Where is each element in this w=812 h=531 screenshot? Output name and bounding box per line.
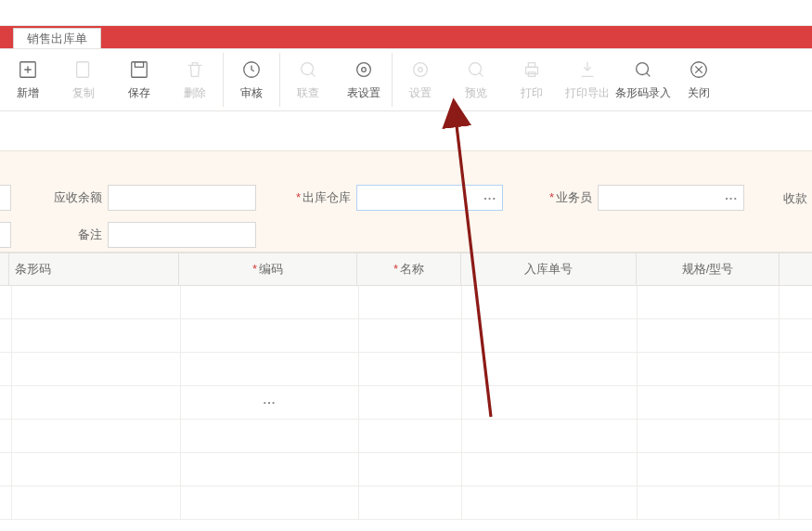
svg-rect-1 — [77, 61, 89, 77]
remark-input[interactable] — [108, 222, 256, 248]
receivable-label: 应收余额 — [48, 189, 102, 206]
table-row[interactable] — [0, 486, 812, 520]
copy-icon — [73, 59, 94, 80]
copy-button[interactable]: 复制 — [56, 49, 111, 110]
toolbar: 新增 复制 保存 删除 审核 — [0, 48, 812, 111]
tab-sale-out[interactable]: 销售出库单 — [13, 28, 101, 48]
gear-icon — [410, 59, 431, 80]
close-button[interactable]: 关闭 — [671, 49, 727, 110]
print-export-button[interactable]: 打印导出 — [560, 49, 615, 110]
trash-icon — [185, 59, 205, 80]
search-icon — [633, 59, 653, 80]
new-button[interactable]: 新增 — [0, 49, 56, 110]
setting-button[interactable]: 设置 — [393, 49, 448, 110]
col-code[interactable]: 编码 — [179, 253, 357, 285]
plus-square-icon — [18, 59, 38, 80]
preview-button[interactable]: 预览 — [448, 49, 504, 110]
header-bar: 销售出库单 — [0, 26, 812, 48]
delete-button[interactable]: 删除 — [167, 49, 223, 110]
search-icon — [466, 59, 486, 80]
svg-point-8 — [414, 62, 428, 76]
sales-input[interactable]: ··· — [598, 185, 744, 211]
stub-input[interactable] — [0, 185, 11, 211]
table-row[interactable] — [0, 319, 812, 353]
tab-label: 销售出库单 — [27, 31, 87, 47]
col-stub — [0, 253, 9, 285]
table-row[interactable] — [0, 286, 812, 319]
table-row[interactable]: ··· — [0, 386, 812, 420]
svg-rect-3 — [135, 61, 143, 67]
table-header: 条形码 编码 名称 入库单号 规格/型号 — [0, 253, 812, 286]
svg-rect-11 — [526, 67, 538, 73]
remark-label: 备注 — [48, 227, 102, 243]
receivable-input[interactable] — [108, 185, 256, 211]
warehouse-input[interactable]: ··· — [356, 185, 503, 211]
svg-point-10 — [470, 62, 482, 74]
warehouse-label: 出库仓库 — [295, 189, 351, 206]
ellipsis-icon: ··· — [725, 191, 738, 205]
svg-point-14 — [637, 62, 649, 74]
table-row[interactable] — [0, 453, 812, 486]
table-body: ··· — [0, 286, 812, 520]
svg-point-6 — [357, 62, 371, 76]
export-icon — [577, 59, 598, 80]
clock-icon — [241, 59, 262, 80]
save-icon — [129, 59, 149, 80]
print-button[interactable]: 打印 — [504, 49, 560, 110]
svg-rect-12 — [528, 62, 535, 67]
audit-button[interactable]: 审核 — [224, 49, 279, 110]
col-name-a[interactable]: 名称 — [357, 253, 461, 285]
svg-rect-2 — [132, 61, 148, 77]
search-icon — [298, 59, 318, 80]
window-chrome-gap — [0, 0, 812, 26]
table-row[interactable] — [0, 420, 812, 453]
close-circle-icon — [689, 59, 709, 80]
col-barcode[interactable]: 条形码 — [9, 253, 179, 285]
save-button[interactable]: 保存 — [111, 49, 167, 110]
stub-input-2[interactable] — [0, 222, 11, 248]
ellipsis-icon: ··· — [264, 395, 277, 409]
collect-label: 收款 — [783, 190, 807, 207]
linked-button[interactable]: 联查 — [280, 49, 336, 110]
svg-point-9 — [419, 67, 423, 71]
barcode-button[interactable]: 条形码录入 — [615, 49, 671, 110]
table-row[interactable] — [0, 353, 812, 386]
col-spec[interactable]: 规格/型号 — [637, 253, 780, 285]
col-stub-r — [780, 253, 812, 285]
table-settings-button[interactable]: 表设置 — [336, 49, 392, 110]
printer-icon — [522, 59, 542, 80]
ellipsis-icon: ··· — [483, 191, 496, 205]
svg-point-7 — [362, 67, 367, 71]
sales-label: 业务员 — [542, 189, 592, 206]
gear-icon — [354, 59, 374, 80]
form-area: 应收余额 出库仓库 ··· 业务员 ··· 收款 备注 — [0, 150, 812, 253]
col-in-no[interactable]: 入库单号 — [461, 253, 637, 285]
svg-point-5 — [302, 62, 314, 74]
